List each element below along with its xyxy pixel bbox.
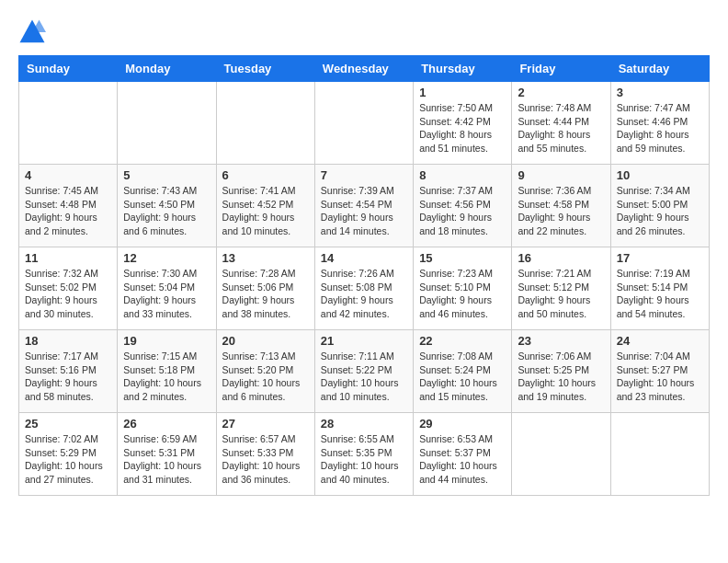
calendar-cell: 18Sunrise: 7:17 AM Sunset: 5:16 PM Dayli… (19, 330, 118, 413)
calendar-week-3: 11Sunrise: 7:32 AM Sunset: 5:02 PM Dayli… (19, 247, 710, 330)
day-info: Sunrise: 7:28 AM Sunset: 5:06 PM Dayligh… (222, 267, 309, 321)
calendar-cell: 12Sunrise: 7:30 AM Sunset: 5:04 PM Dayli… (118, 247, 216, 330)
calendar-cell: 17Sunrise: 7:19 AM Sunset: 5:14 PM Dayli… (610, 247, 709, 330)
day-info: Sunrise: 7:45 AM Sunset: 4:48 PM Dayligh… (25, 184, 111, 238)
day-number: 15 (419, 251, 506, 265)
calendar-cell: 5Sunrise: 7:43 AM Sunset: 4:50 PM Daylig… (118, 165, 216, 247)
calendar-header-row: SundayMondayTuesdayWednesdayThursdayFrid… (19, 56, 710, 82)
page-header (18, 18, 710, 46)
day-number: 3 (617, 86, 703, 99)
calendar-cell (118, 82, 216, 165)
calendar-cell: 25Sunrise: 7:02 AM Sunset: 5:29 PM Dayli… (19, 413, 118, 496)
calendar-week-1: 1Sunrise: 7:50 AM Sunset: 4:42 PM Daylig… (19, 82, 710, 165)
day-info: Sunrise: 6:53 AM Sunset: 5:37 PM Dayligh… (419, 432, 506, 487)
calendar-cell: 29Sunrise: 6:53 AM Sunset: 5:37 PM Dayli… (414, 413, 512, 496)
day-info: Sunrise: 7:15 AM Sunset: 5:18 PM Dayligh… (123, 350, 210, 404)
day-number: 22 (419, 334, 506, 348)
day-info: Sunrise: 7:04 AM Sunset: 5:27 PM Dayligh… (617, 350, 703, 404)
header-monday: Monday (118, 56, 216, 82)
day-number: 28 (321, 417, 407, 431)
day-number: 26 (123, 417, 210, 431)
header-tuesday: Tuesday (216, 56, 314, 82)
calendar-cell (216, 82, 314, 165)
day-info: Sunrise: 7:26 AM Sunset: 5:08 PM Dayligh… (321, 267, 407, 321)
calendar-cell: 9Sunrise: 7:36 AM Sunset: 4:58 PM Daylig… (512, 165, 610, 247)
day-number: 1 (419, 86, 506, 99)
calendar-cell: 8Sunrise: 7:37 AM Sunset: 4:56 PM Daylig… (414, 165, 512, 247)
day-number: 25 (25, 417, 111, 431)
calendar-cell: 6Sunrise: 7:41 AM Sunset: 4:52 PM Daylig… (216, 165, 314, 247)
day-info: Sunrise: 7:43 AM Sunset: 4:50 PM Dayligh… (123, 184, 210, 238)
day-info: Sunrise: 7:34 AM Sunset: 5:00 PM Dayligh… (617, 184, 703, 238)
day-number: 2 (518, 86, 604, 99)
day-info: Sunrise: 7:47 AM Sunset: 4:46 PM Dayligh… (617, 101, 703, 155)
day-info: Sunrise: 7:41 AM Sunset: 4:52 PM Dayligh… (222, 184, 309, 238)
day-info: Sunrise: 6:57 AM Sunset: 5:33 PM Dayligh… (222, 432, 309, 487)
calendar-cell: 23Sunrise: 7:06 AM Sunset: 5:25 PM Dayli… (512, 330, 610, 413)
day-number: 10 (617, 168, 703, 182)
day-info: Sunrise: 7:06 AM Sunset: 5:25 PM Dayligh… (518, 350, 604, 404)
day-number: 13 (222, 251, 309, 265)
calendar-cell: 20Sunrise: 7:13 AM Sunset: 5:20 PM Dayli… (216, 330, 314, 413)
day-number: 9 (518, 168, 604, 182)
day-info: Sunrise: 7:30 AM Sunset: 5:04 PM Dayligh… (123, 267, 210, 321)
calendar-cell: 24Sunrise: 7:04 AM Sunset: 5:27 PM Dayli… (610, 330, 709, 413)
calendar-cell: 28Sunrise: 6:55 AM Sunset: 5:35 PM Dayli… (314, 413, 413, 496)
day-number: 29 (419, 417, 506, 431)
day-number: 20 (222, 334, 309, 348)
calendar-cell: 1Sunrise: 7:50 AM Sunset: 4:42 PM Daylig… (414, 82, 512, 165)
day-info: Sunrise: 7:48 AM Sunset: 4:44 PM Dayligh… (518, 101, 604, 155)
calendar-week-5: 25Sunrise: 7:02 AM Sunset: 5:29 PM Dayli… (19, 413, 710, 496)
day-number: 14 (321, 251, 407, 265)
day-number: 23 (518, 334, 604, 348)
calendar-cell: 3Sunrise: 7:47 AM Sunset: 4:46 PM Daylig… (610, 82, 709, 165)
day-info: Sunrise: 7:08 AM Sunset: 5:24 PM Dayligh… (419, 350, 506, 404)
calendar-cell: 16Sunrise: 7:21 AM Sunset: 5:12 PM Dayli… (512, 247, 610, 330)
day-info: Sunrise: 7:19 AM Sunset: 5:14 PM Dayligh… (617, 267, 703, 321)
header-saturday: Saturday (610, 56, 709, 82)
day-number: 27 (222, 417, 309, 431)
day-number: 11 (25, 251, 111, 265)
day-info: Sunrise: 7:11 AM Sunset: 5:22 PM Dayligh… (321, 350, 407, 404)
day-info: Sunrise: 7:36 AM Sunset: 4:58 PM Dayligh… (518, 184, 604, 238)
logo (18, 18, 50, 46)
calendar-cell (19, 82, 118, 165)
calendar-cell: 19Sunrise: 7:15 AM Sunset: 5:18 PM Dayli… (118, 330, 216, 413)
calendar-cell (512, 413, 610, 496)
calendar-cell: 2Sunrise: 7:48 AM Sunset: 4:44 PM Daylig… (512, 82, 610, 165)
calendar-cell (610, 413, 709, 496)
day-info: Sunrise: 7:02 AM Sunset: 5:29 PM Dayligh… (25, 432, 111, 487)
day-number: 4 (25, 168, 111, 182)
day-info: Sunrise: 6:55 AM Sunset: 5:35 PM Dayligh… (321, 432, 407, 487)
day-number: 5 (123, 168, 210, 182)
header-friday: Friday (512, 56, 610, 82)
header-sunday: Sunday (19, 56, 118, 82)
calendar-week-4: 18Sunrise: 7:17 AM Sunset: 5:16 PM Dayli… (19, 330, 710, 413)
logo-icon (18, 18, 46, 46)
day-number: 19 (123, 334, 210, 348)
day-info: Sunrise: 7:50 AM Sunset: 4:42 PM Dayligh… (419, 101, 506, 155)
day-info: Sunrise: 6:59 AM Sunset: 5:31 PM Dayligh… (123, 432, 210, 487)
day-info: Sunrise: 7:13 AM Sunset: 5:20 PM Dayligh… (222, 350, 309, 404)
calendar-cell: 26Sunrise: 6:59 AM Sunset: 5:31 PM Dayli… (118, 413, 216, 496)
calendar-cell: 10Sunrise: 7:34 AM Sunset: 5:00 PM Dayli… (610, 165, 709, 247)
header-wednesday: Wednesday (314, 56, 413, 82)
calendar-cell: 15Sunrise: 7:23 AM Sunset: 5:10 PM Dayli… (414, 247, 512, 330)
day-info: Sunrise: 7:17 AM Sunset: 5:16 PM Dayligh… (25, 350, 111, 404)
day-number: 17 (617, 251, 703, 265)
calendar-cell: 14Sunrise: 7:26 AM Sunset: 5:08 PM Dayli… (314, 247, 413, 330)
day-number: 24 (617, 334, 703, 348)
day-number: 6 (222, 168, 309, 182)
day-number: 7 (321, 168, 407, 182)
day-number: 18 (25, 334, 111, 348)
calendar: SundayMondayTuesdayWednesdayThursdayFrid… (18, 55, 710, 496)
calendar-cell (314, 82, 413, 165)
header-thursday: Thursday (414, 56, 512, 82)
day-number: 8 (419, 168, 506, 182)
calendar-cell: 7Sunrise: 7:39 AM Sunset: 4:54 PM Daylig… (314, 165, 413, 247)
day-info: Sunrise: 7:32 AM Sunset: 5:02 PM Dayligh… (25, 267, 111, 321)
calendar-cell: 27Sunrise: 6:57 AM Sunset: 5:33 PM Dayli… (216, 413, 314, 496)
calendar-week-2: 4Sunrise: 7:45 AM Sunset: 4:48 PM Daylig… (19, 165, 710, 247)
calendar-cell: 11Sunrise: 7:32 AM Sunset: 5:02 PM Dayli… (19, 247, 118, 330)
calendar-cell: 13Sunrise: 7:28 AM Sunset: 5:06 PM Dayli… (216, 247, 314, 330)
